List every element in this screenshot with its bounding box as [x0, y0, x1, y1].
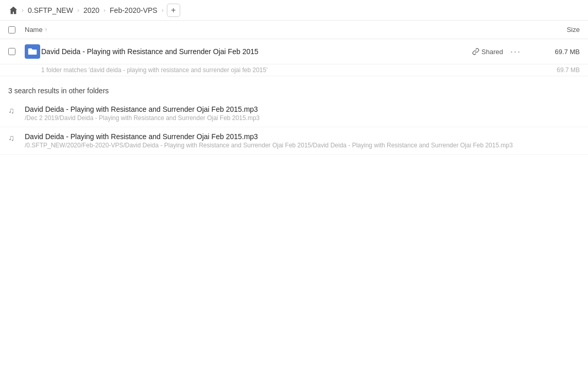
- other-result-name-1: David Deida - Playing with Resistance an…: [25, 105, 580, 113]
- select-all-checkbox[interactable]: [8, 26, 15, 33]
- other-result-path-2: /0.SFTP_NEW/2020/Feb-2020-VPS/David Deid…: [25, 142, 580, 149]
- shared-label: Shared: [481, 48, 503, 56]
- music-icon-1: ♫: [8, 106, 25, 115]
- music-icon-2: ♫: [8, 133, 25, 143]
- breadcrumb-item-sftp[interactable]: 0.SFTP_NEW: [25, 4, 76, 16]
- shared-badge[interactable]: Shared: [472, 48, 503, 56]
- name-column-header[interactable]: Name ↑: [25, 26, 528, 33]
- main-result-size: 69.7 MB: [528, 48, 580, 56]
- more-options-button[interactable]: ···: [507, 45, 524, 58]
- folder-link-icon: [25, 44, 40, 59]
- home-button[interactable]: [6, 3, 21, 18]
- folder-icon-container: [25, 44, 41, 59]
- main-result-name: David Deida - Playing with Resistance an…: [41, 47, 472, 56]
- other-result-content-1: David Deida - Playing with Resistance an…: [25, 105, 580, 122]
- sort-arrow: ↑: [45, 27, 47, 32]
- other-result-name-2: David Deida - Playing with Resistance an…: [25, 132, 580, 141]
- other-result-row-2[interactable]: ♫ David Deida - Playing with Resistance …: [0, 127, 588, 155]
- breadcrumb-bar: › 0.SFTP_NEW › 2020 › Feb-2020-VPS › +: [0, 0, 588, 21]
- main-result-row[interactable]: David Deida - Playing with Resistance an…: [0, 39, 588, 64]
- name-label: Name: [25, 26, 43, 33]
- main-row-checkbox-col[interactable]: [8, 48, 25, 55]
- other-result-path-1: /Dec 2 2019/David Deida - Playing with R…: [25, 114, 580, 122]
- other-folders-heading: 3 search results in other folders: [0, 76, 588, 100]
- sep-4: ›: [162, 7, 164, 14]
- other-result-content-2: David Deida - Playing with Resistance an…: [25, 132, 580, 149]
- breadcrumb-item-2020[interactable]: 2020: [80, 4, 102, 16]
- size-column-header: Size: [528, 26, 580, 33]
- match-count-row: 1 folder matches 'david deida - playing …: [0, 64, 588, 76]
- sep-3: ›: [103, 7, 106, 14]
- breadcrumb-item-feb[interactable]: Feb-2020-VPS: [107, 4, 161, 16]
- sep-1: ›: [22, 7, 24, 14]
- main-result-actions: Shared ···: [472, 45, 524, 58]
- match-size: 69.7 MB: [528, 66, 580, 74]
- table-header: Name ↑ Size: [0, 21, 588, 39]
- select-all-checkbox-col[interactable]: [8, 26, 25, 33]
- add-breadcrumb-button[interactable]: +: [167, 4, 180, 17]
- sep-2: ›: [77, 7, 79, 14]
- match-count-text: 1 folder matches 'david deida - playing …: [41, 66, 268, 74]
- other-result-row-1[interactable]: ♫ David Deida - Playing with Resistance …: [0, 100, 588, 127]
- main-row-checkbox[interactable]: [8, 48, 15, 55]
